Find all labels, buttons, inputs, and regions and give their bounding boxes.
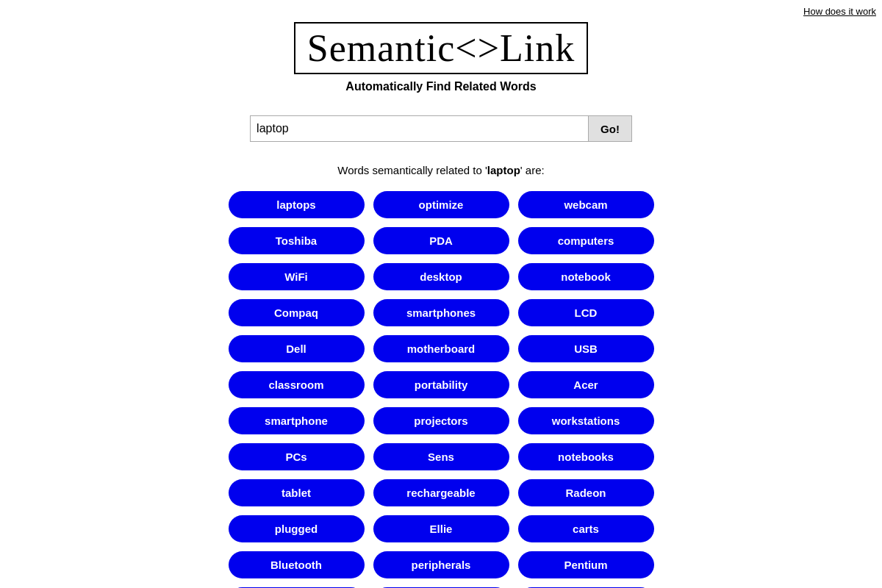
word-button[interactable]: optimize — [373, 191, 509, 218]
word-button[interactable]: PCs — [229, 443, 365, 470]
word-button[interactable]: webcam — [518, 191, 654, 218]
word-button[interactable]: Ellie — [373, 515, 509, 542]
word-button[interactable]: peripherals — [373, 551, 509, 578]
word-button[interactable]: notebook — [518, 263, 654, 290]
word-button[interactable]: plugged — [229, 515, 365, 542]
word-button[interactable]: Toshiba — [229, 227, 365, 254]
word-button[interactable]: tablet — [229, 479, 365, 506]
word-button[interactable]: smartphone — [229, 407, 365, 434]
word-button[interactable]: USB — [518, 335, 654, 362]
search-area: Go! — [0, 115, 882, 142]
word-button[interactable]: PDA — [373, 227, 509, 254]
word-button[interactable]: Radeon — [518, 479, 654, 506]
word-button[interactable]: LCD — [518, 299, 654, 326]
word-button[interactable]: Bluetooth — [229, 551, 365, 578]
word-button[interactable]: Compaq — [229, 299, 365, 326]
word-button[interactable]: workstations — [518, 407, 654, 434]
results-label: Words semantically related to 'laptop' a… — [0, 164, 882, 176]
word-button[interactable]: Acer — [518, 371, 654, 398]
query-word: laptop — [487, 164, 520, 176]
top-right-link[interactable]: How does it work — [803, 6, 876, 17]
word-button[interactable]: WiFi — [229, 263, 365, 290]
word-button[interactable]: Sens — [373, 443, 509, 470]
subtitle: Automatically Find Related Words — [0, 80, 882, 93]
site-title: Semantic<>Link — [294, 22, 588, 74]
header: Semantic<>Link Automatically Find Relate… — [0, 0, 882, 93]
word-button[interactable]: laptops — [229, 191, 365, 218]
word-button[interactable]: Pentium — [518, 551, 654, 578]
search-input[interactable] — [250, 115, 588, 142]
word-button[interactable]: classroom — [229, 371, 365, 398]
word-button[interactable]: notebooks — [518, 443, 654, 470]
word-button[interactable]: portability — [373, 371, 509, 398]
word-button[interactable]: desktop — [373, 263, 509, 290]
word-button[interactable]: rechargeable — [373, 479, 509, 506]
word-button[interactable]: Dell — [229, 335, 365, 362]
go-button[interactable]: Go! — [588, 115, 632, 142]
word-button[interactable]: projectors — [373, 407, 509, 434]
words-grid: laptopsoptimizewebcamToshibaPDAcomputers… — [0, 191, 882, 588]
how-it-works-label: How does it work — [803, 6, 876, 17]
word-button[interactable]: smartphones — [373, 299, 509, 326]
word-button[interactable]: computers — [518, 227, 654, 254]
word-button[interactable]: motherboard — [373, 335, 509, 362]
word-button[interactable]: carts — [518, 515, 654, 542]
search-form: Go! — [250, 115, 632, 142]
